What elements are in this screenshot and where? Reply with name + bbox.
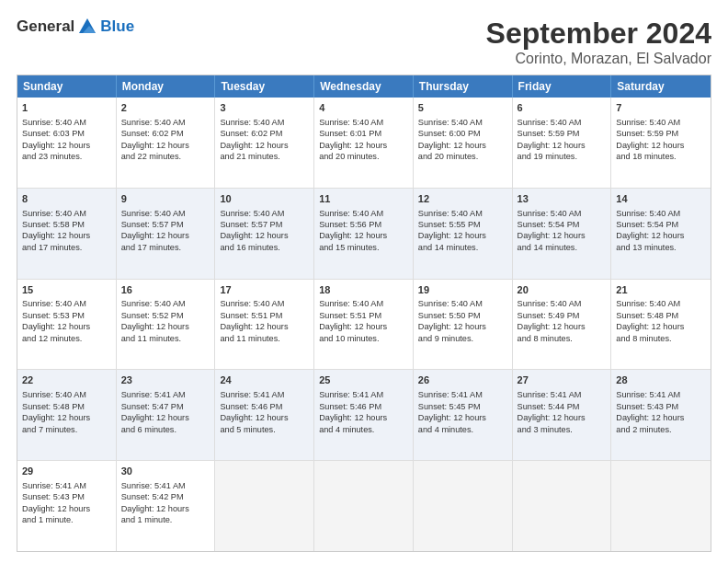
day-14-line-2: Daylight: 12 hours xyxy=(616,230,706,241)
empty-cell-4-5 xyxy=(513,461,612,551)
day-17-line-1: Sunset: 5:51 PM xyxy=(220,310,309,321)
day-2-line-1: Sunset: 6:02 PM xyxy=(121,128,210,139)
day-number-19: 19 xyxy=(418,283,507,297)
day-cell-26: 26Sunrise: 5:41 AMSunset: 5:45 PMDayligh… xyxy=(414,370,513,460)
header-wednesday: Wednesday xyxy=(314,75,414,98)
day-cell-25: 25Sunrise: 5:41 AMSunset: 5:46 PMDayligh… xyxy=(314,370,414,460)
day-number-1: 1 xyxy=(22,101,111,115)
day-number-4: 4 xyxy=(319,101,408,115)
day-number-3: 3 xyxy=(220,101,309,115)
day-21-line-2: Daylight: 12 hours xyxy=(616,321,706,332)
day-5-line-2: Daylight: 12 hours xyxy=(418,140,507,151)
day-number-20: 20 xyxy=(518,283,607,297)
title-area: September 2024 Corinto, Morazan, El Salv… xyxy=(486,17,711,67)
day-cell-11: 11Sunrise: 5:40 AMSunset: 5:56 PMDayligh… xyxy=(314,189,414,279)
day-1-line-0: Sunrise: 5:40 AM xyxy=(22,117,111,128)
day-cell-4: 4Sunrise: 5:40 AMSunset: 6:01 PMDaylight… xyxy=(314,98,414,188)
day-22-line-1: Sunset: 5:48 PM xyxy=(22,401,111,412)
day-7-line-0: Sunrise: 5:40 AM xyxy=(616,117,706,128)
day-9-line-2: Daylight: 12 hours xyxy=(121,230,210,241)
day-3-line-1: Sunset: 6:02 PM xyxy=(220,128,309,139)
day-15-line-1: Sunset: 5:53 PM xyxy=(22,310,111,321)
day-12-line-3: and 14 minutes. xyxy=(418,242,507,253)
day-6-line-1: Sunset: 5:59 PM xyxy=(518,128,607,139)
subtitle: Corinto, Morazan, El Salvador xyxy=(486,51,711,67)
day-cell-1: 1Sunrise: 5:40 AMSunset: 6:03 PMDaylight… xyxy=(17,98,117,188)
day-9-line-0: Sunrise: 5:40 AM xyxy=(121,208,210,219)
day-10-line-0: Sunrise: 5:40 AM xyxy=(220,208,309,219)
day-cell-9: 9Sunrise: 5:40 AMSunset: 5:57 PMDaylight… xyxy=(117,189,216,279)
day-number-28: 28 xyxy=(616,373,706,387)
logo-blue: Blue xyxy=(100,17,134,36)
day-18-line-0: Sunrise: 5:40 AM xyxy=(319,298,408,309)
day-16-line-0: Sunrise: 5:40 AM xyxy=(121,298,210,309)
day-16-line-3: and 11 minutes. xyxy=(121,333,210,344)
day-cell-20: 20Sunrise: 5:40 AMSunset: 5:49 PMDayligh… xyxy=(513,280,612,370)
day-25-line-0: Sunrise: 5:41 AM xyxy=(319,389,408,400)
day-24-line-3: and 5 minutes. xyxy=(220,424,309,435)
day-28-line-0: Sunrise: 5:41 AM xyxy=(616,389,706,400)
day-1-line-2: Daylight: 12 hours xyxy=(22,140,111,151)
day-3-line-3: and 21 minutes. xyxy=(220,151,309,162)
day-22-line-0: Sunrise: 5:40 AM xyxy=(22,389,111,400)
day-2-line-2: Daylight: 12 hours xyxy=(121,140,210,151)
day-4-line-1: Sunset: 6:01 PM xyxy=(319,128,408,139)
cal-row-2: 8Sunrise: 5:40 AMSunset: 5:58 PMDaylight… xyxy=(17,189,711,280)
day-cell-17: 17Sunrise: 5:40 AMSunset: 5:51 PMDayligh… xyxy=(215,280,314,370)
day-3-line-2: Daylight: 12 hours xyxy=(220,140,309,151)
day-13-line-1: Sunset: 5:54 PM xyxy=(518,219,607,230)
day-number-21: 21 xyxy=(616,283,706,297)
day-12-line-2: Daylight: 12 hours xyxy=(418,230,507,241)
day-number-29: 29 xyxy=(22,465,111,478)
empty-cell-4-4 xyxy=(414,461,513,551)
day-29-line-3: and 1 minute. xyxy=(22,514,111,525)
day-21-line-0: Sunrise: 5:40 AM xyxy=(616,298,706,309)
day-number-27: 27 xyxy=(518,373,607,387)
day-number-26: 26 xyxy=(418,373,507,387)
day-number-18: 18 xyxy=(319,283,408,297)
day-11-line-0: Sunrise: 5:40 AM xyxy=(319,208,408,219)
day-19-line-2: Daylight: 12 hours xyxy=(418,321,507,332)
day-23-line-0: Sunrise: 5:41 AM xyxy=(121,389,210,400)
day-16-line-1: Sunset: 5:52 PM xyxy=(121,310,210,321)
day-cell-6: 6Sunrise: 5:40 AMSunset: 5:59 PMDaylight… xyxy=(513,98,612,188)
day-cell-10: 10Sunrise: 5:40 AMSunset: 5:57 PMDayligh… xyxy=(215,189,314,279)
logo: General Blue xyxy=(17,17,134,37)
day-cell-28: 28Sunrise: 5:41 AMSunset: 5:43 PMDayligh… xyxy=(611,370,711,460)
day-19-line-1: Sunset: 5:50 PM xyxy=(418,310,507,321)
day-number-23: 23 xyxy=(121,373,210,387)
day-9-line-1: Sunset: 5:57 PM xyxy=(121,219,210,230)
day-cell-7: 7Sunrise: 5:40 AMSunset: 5:59 PMDaylight… xyxy=(611,98,711,188)
cal-row-3: 15Sunrise: 5:40 AMSunset: 5:53 PMDayligh… xyxy=(17,280,711,371)
day-12-line-1: Sunset: 5:55 PM xyxy=(418,219,507,230)
day-number-2: 2 xyxy=(121,101,210,115)
day-cell-27: 27Sunrise: 5:41 AMSunset: 5:44 PMDayligh… xyxy=(513,370,612,460)
empty-cell-4-3 xyxy=(314,461,414,551)
day-20-line-3: and 8 minutes. xyxy=(518,333,607,344)
day-25-line-1: Sunset: 5:46 PM xyxy=(319,401,408,412)
day-14-line-1: Sunset: 5:54 PM xyxy=(616,219,706,230)
header-friday: Friday xyxy=(513,75,612,98)
day-cell-3: 3Sunrise: 5:40 AMSunset: 6:02 PMDaylight… xyxy=(215,98,314,188)
day-cell-12: 12Sunrise: 5:40 AMSunset: 5:55 PMDayligh… xyxy=(414,189,513,279)
day-6-line-0: Sunrise: 5:40 AM xyxy=(518,117,607,128)
day-cell-5: 5Sunrise: 5:40 AMSunset: 6:00 PMDaylight… xyxy=(414,98,513,188)
day-cell-19: 19Sunrise: 5:40 AMSunset: 5:50 PMDayligh… xyxy=(414,280,513,370)
day-11-line-2: Daylight: 12 hours xyxy=(319,230,408,241)
day-25-line-2: Daylight: 12 hours xyxy=(319,412,408,423)
day-28-line-2: Daylight: 12 hours xyxy=(616,412,706,423)
month-title: September 2024 xyxy=(486,17,711,51)
day-number-15: 15 xyxy=(22,283,111,297)
day-cell-24: 24Sunrise: 5:41 AMSunset: 5:46 PMDayligh… xyxy=(215,370,314,460)
day-20-line-0: Sunrise: 5:40 AM xyxy=(518,298,607,309)
cal-row-4: 22Sunrise: 5:40 AMSunset: 5:48 PMDayligh… xyxy=(17,370,711,461)
day-30-line-3: and 1 minute. xyxy=(121,514,210,525)
day-13-line-3: and 14 minutes. xyxy=(518,242,607,253)
day-18-line-3: and 10 minutes. xyxy=(319,333,408,344)
header-sunday: Sunday xyxy=(17,75,117,98)
day-6-line-3: and 19 minutes. xyxy=(518,151,607,162)
day-21-line-3: and 8 minutes. xyxy=(616,333,706,344)
day-cell-22: 22Sunrise: 5:40 AMSunset: 5:48 PMDayligh… xyxy=(17,370,117,460)
day-3-line-0: Sunrise: 5:40 AM xyxy=(220,117,309,128)
day-26-line-0: Sunrise: 5:41 AM xyxy=(418,389,507,400)
